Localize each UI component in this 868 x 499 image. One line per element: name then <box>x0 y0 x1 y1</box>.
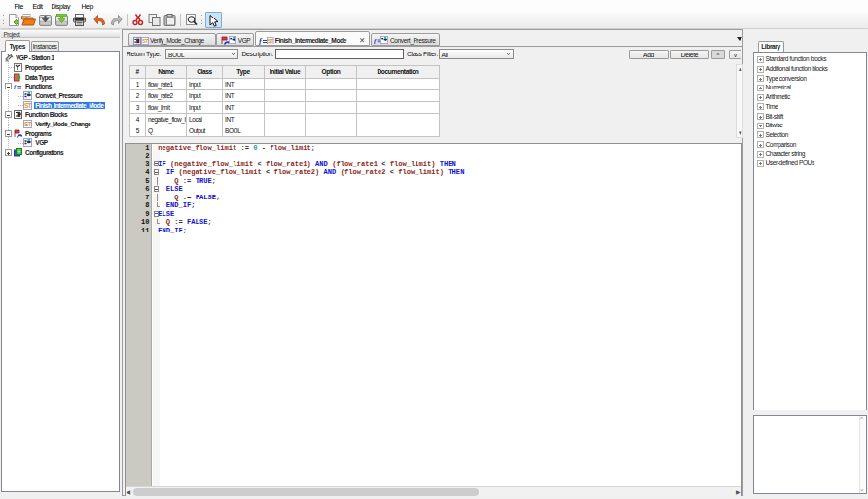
svg-text:ST: ST <box>268 37 274 43</box>
svg-text:f: f <box>259 37 263 46</box>
svg-text:ST: ST <box>24 121 32 127</box>
svg-text:f: f <box>374 37 377 44</box>
svg-text:ST: ST <box>24 102 32 109</box>
svg-text:ST: ST <box>142 38 149 44</box>
svg-text:f: f <box>14 83 17 89</box>
